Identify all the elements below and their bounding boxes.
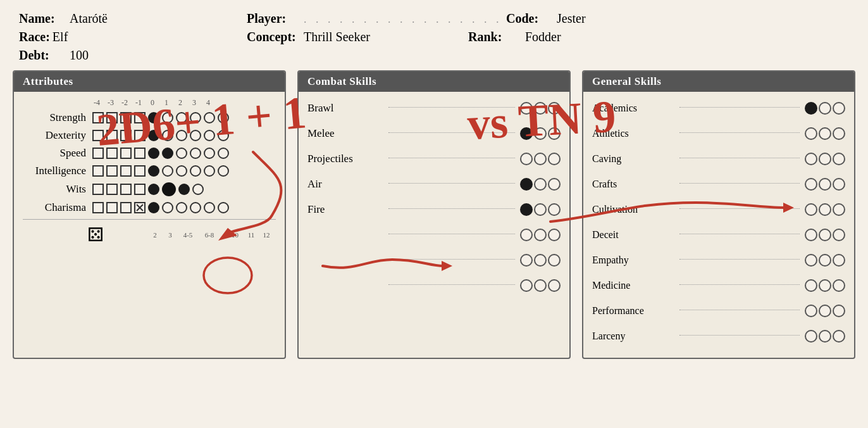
skill-air-label: Air (307, 178, 383, 191)
attr-wits: Wits (23, 182, 276, 196)
skill-brawl-label: Brawl (307, 102, 383, 115)
sq1 (92, 148, 104, 159)
sq4 (134, 112, 146, 123)
attr-charisma-label: Charisma (23, 201, 86, 214)
attr-dexterity-label: Dexterity (23, 129, 86, 142)
sq3 (120, 184, 132, 195)
c4 (204, 202, 215, 213)
c5 (218, 165, 229, 177)
sq-crossed (134, 202, 146, 213)
rank-value: Fodder (525, 30, 561, 44)
debt-value: 100 (70, 48, 89, 63)
skill-empty-2 (307, 250, 561, 267)
air-dots (520, 178, 561, 191)
code-label: Code: (506, 11, 557, 26)
dice-icon: ⚄ (87, 223, 104, 246)
c1 (162, 130, 173, 141)
skill-deceit: Deceit (592, 225, 845, 241)
sq2 (106, 148, 118, 159)
skill-caving-label: Caving (592, 153, 674, 165)
bottom-scale: 2 3 4-5 6-8 9-10 11 12 (148, 231, 273, 239)
attributes-panel-body: -4 -3 -2 -1 0 1 2 3 4 Strength (14, 92, 285, 252)
attr-intelligence: Intelligence (23, 165, 276, 177)
c5 (218, 130, 229, 141)
skill-melee-label: Melee (307, 127, 383, 140)
skill-deceit-label: Deceit (592, 229, 674, 241)
attr-intelligence-label: Intelligence (23, 165, 86, 177)
deceit-dots (805, 229, 845, 241)
attr-scale-header: -4 -3 -2 -1 0 1 2 3 4 (23, 98, 276, 108)
c1 (192, 184, 204, 195)
sq2 (106, 184, 118, 195)
skill-empty-1 (307, 225, 561, 241)
concept-value: Thrill Seeker (304, 30, 468, 44)
sq3 (120, 148, 132, 159)
c-filled (148, 130, 159, 141)
skill-medicine-label: Medicine (592, 280, 674, 291)
fire-dots (520, 203, 561, 216)
sq4 (134, 184, 146, 195)
header-row-3: Debt: 100 (19, 48, 849, 63)
attr-strength-label: Strength (23, 111, 86, 124)
skill-cultivation: Cultivation (592, 199, 845, 216)
sq1 (92, 130, 104, 141)
sq2 (106, 112, 118, 123)
skill-athletics: Athletics (592, 123, 845, 140)
combat-skills-panel-body: Brawl Melee Projecti (299, 92, 569, 307)
header-row-1: Name: Atarótë Player: . . . . . . . . . … (19, 11, 849, 26)
skill-melee: Melee (307, 123, 561, 140)
c5 (218, 112, 229, 123)
sq4 (134, 130, 146, 141)
c4 (218, 148, 229, 159)
academics-dots (805, 102, 845, 115)
header-row-2: Race: Elf Concept: Thrill Seeker Rank: F… (19, 30, 849, 44)
crafts-dots (805, 178, 845, 191)
general-skills-panel-body: Academics Athletics (583, 92, 854, 358)
player-label: Player: (247, 11, 304, 26)
c2 (176, 165, 187, 177)
sq1 (92, 184, 104, 195)
skill-cultivation-label: Cultivation (592, 204, 674, 215)
melee-dots (520, 127, 561, 140)
race-value: Elf (53, 30, 68, 44)
c4 (204, 165, 215, 177)
sq1 (92, 112, 104, 123)
attr-dexterity: Dexterity (23, 129, 276, 142)
sq2 (106, 130, 118, 141)
sq4 (134, 148, 146, 159)
code-value: Jester (557, 11, 586, 26)
sq1 (92, 202, 104, 213)
c4 (204, 130, 215, 141)
skill-academics-label: Academics (592, 103, 674, 114)
c3 (190, 202, 201, 213)
brawl-dots (520, 102, 561, 115)
attr-charisma: Charisma (23, 201, 276, 214)
skill-empathy-label: Empathy (592, 255, 674, 266)
name-value: Atarótë (70, 11, 247, 26)
attr-strength: Strength (23, 111, 276, 124)
sq3 (120, 130, 132, 141)
player-dots: . . . . . . . . . . . . . . . . . (304, 13, 506, 26)
skill-performance-label: Performance (592, 305, 674, 317)
performance-dots (805, 305, 845, 317)
c1 (176, 148, 187, 159)
race-label: Race: (19, 30, 50, 44)
medicine-dots (805, 279, 845, 292)
skill-fire-label: Fire (307, 203, 383, 216)
skill-fire: Fire (307, 199, 561, 216)
combat-skills-panel-header: Combat Skills (299, 72, 569, 92)
skill-larceny: Larceny (592, 326, 845, 343)
sq3 (120, 202, 132, 213)
skill-caving: Caving (592, 149, 845, 165)
sq2 (106, 165, 118, 177)
sq3 (120, 165, 132, 177)
empathy-dots (805, 254, 845, 267)
attributes-panel-header: Attributes (14, 72, 285, 92)
name-label: Name: (19, 11, 70, 26)
debt-label: Debt: (19, 48, 70, 63)
c4 (204, 112, 215, 123)
caving-dots (805, 153, 845, 165)
skill-larceny-label: Larceny (592, 330, 674, 342)
skill-projectiles: Projectiles (307, 149, 561, 165)
cultivation-dots (805, 203, 845, 216)
